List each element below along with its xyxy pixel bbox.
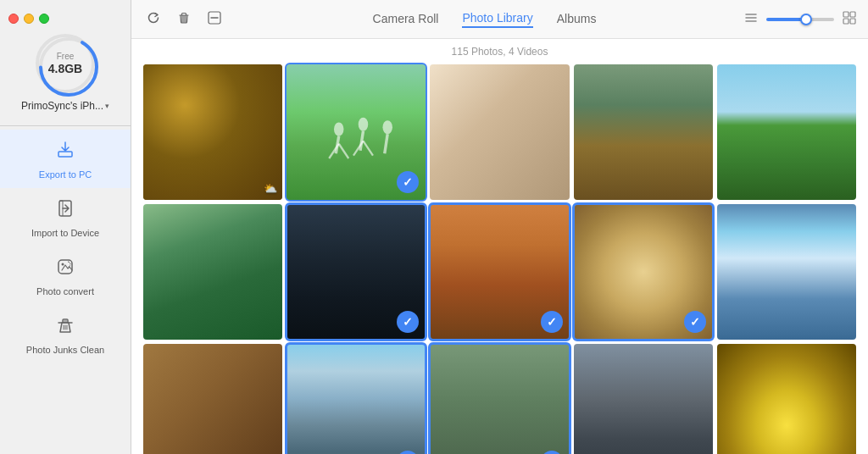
svg-point-10 [334,122,343,136]
toolbar-tabs: Camera Roll Photo Library Albums [233,11,736,28]
photo-cell[interactable] [430,204,569,340]
sidebar: Free 4.8GB PrimoSync's iPh... ▾ Export t… [0,0,131,454]
sidebar-item-label: Photo Junks Clean [26,345,104,355]
selection-check [684,311,706,333]
photo-cell[interactable] [574,204,713,340]
selection-check [541,311,563,333]
photo-thumbnail [143,204,282,340]
photo-cell[interactable] [143,344,282,454]
svg-rect-8 [843,19,849,24]
photo-cell[interactable] [717,204,856,340]
photo-grid: ⛅ [131,61,868,454]
toolbar: Camera Roll Photo Library Albums [131,0,868,39]
clean-icon [55,315,75,340]
svg-rect-6 [843,12,849,17]
svg-line-17 [363,141,372,155]
tab-photo-library[interactable]: Photo Library [462,11,532,28]
sidebar-item-export-to-pc[interactable]: Export to PC [0,130,131,188]
zoom-slider-container [766,18,834,21]
sidebar-item-photo-junks-clean[interactable]: Photo Junks Clean [0,305,131,363]
photo-thumbnail [717,204,856,340]
refresh-button[interactable] [143,9,164,30]
grid-view-icon[interactable] [843,11,856,27]
photo-cell[interactable] [574,64,713,200]
photo-cell[interactable] [287,344,426,454]
device-selector[interactable]: PrimoSync's iPh... ▾ [21,100,109,112]
photo-cell[interactable] [430,344,569,454]
export-icon [55,140,75,165]
photo-thumbnail [287,344,426,454]
storage-indicator: Free 4.8GB [36,34,95,93]
import-icon [55,198,75,224]
sidebar-divider [0,125,131,126]
svg-line-19 [385,134,387,153]
tab-albums[interactable]: Albums [557,12,597,27]
photo-thumbnail [143,64,282,200]
photo-cell[interactable] [574,344,713,454]
device-name-label: PrimoSync's iPh... [21,100,103,112]
sidebar-item-import-to-device[interactable]: Import to Device [0,188,131,246]
svg-point-18 [382,120,392,134]
cloud-icon: ⛅ [264,182,277,195]
photo-cell[interactable] [430,64,569,200]
traffic-lights [0,8,58,30]
svg-rect-7 [850,12,855,17]
toolbar-view-controls [744,11,856,27]
close-button[interactable] [8,14,19,24]
main-content: Camera Roll Photo Library Albums [131,0,868,454]
photo-cell[interactable] [717,64,856,200]
zoom-slider[interactable] [766,18,834,21]
maximize-button[interactable] [39,14,49,24]
photo-cell[interactable] [143,204,282,340]
photo-cell[interactable] [287,64,426,200]
photo-convert-icon [55,257,75,282]
toolbar-actions [143,9,225,30]
svg-rect-2 [58,152,72,157]
svg-point-4 [62,263,64,266]
chevron-down-icon: ▾ [105,102,109,110]
photos-count: 115 Photos, 4 Videos [131,39,868,61]
svg-point-14 [359,118,368,131]
photo-cell[interactable] [717,344,856,454]
photo-thumbnail [430,64,569,200]
minus-button[interactable] [204,9,225,30]
photo-thumbnail [143,344,282,454]
tab-camera-roll[interactable]: Camera Roll [373,12,439,27]
photo-thumbnail [717,344,856,454]
sidebar-item-label: Photo convert [36,286,94,296]
photo-thumbnail [574,64,713,200]
photo-thumbnail [574,344,713,454]
list-view-icon[interactable] [744,11,758,27]
photo-cell[interactable]: ⛅ [143,64,282,200]
delete-button[interactable] [174,9,194,30]
svg-rect-9 [850,19,855,24]
svg-line-13 [339,144,348,158]
sidebar-item-label: Import to Device [31,228,99,238]
photo-thumbnail [717,64,856,200]
photo-cell[interactable] [287,204,426,340]
minimize-button[interactable] [24,14,34,24]
sidebar-item-label: Export to PC [39,169,92,180]
photo-thumbnail [430,344,569,454]
sidebar-item-photo-convert[interactable]: Photo convert [0,246,131,305]
